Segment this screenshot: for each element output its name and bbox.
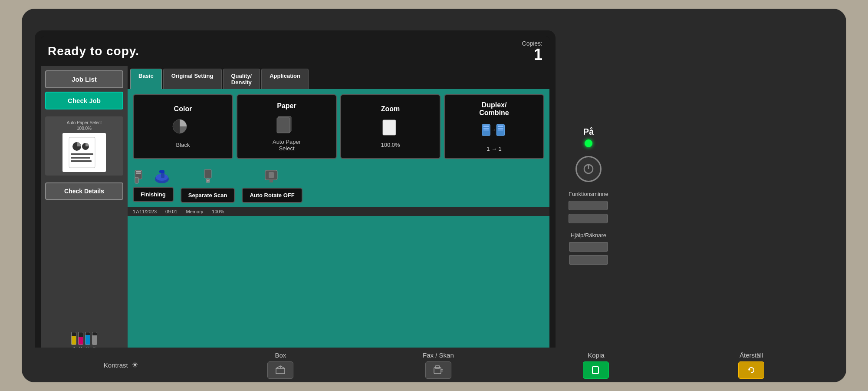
job-list-button[interactable]: Job List <box>45 70 123 88</box>
zoom-sublabel: 100.0% <box>381 142 400 148</box>
separate-scan-button[interactable]: Separate Scan <box>181 188 235 203</box>
finishing-icons <box>134 169 172 185</box>
kopia-button[interactable] <box>583 361 609 379</box>
funktionsminne-btn-2[interactable] <box>569 214 608 223</box>
finishing-label: Finishing <box>141 191 166 198</box>
status-memory: Memory <box>186 209 204 214</box>
funktionsminne-label: Funktionsminne <box>569 191 608 197</box>
svg-rect-0 <box>69 137 95 168</box>
svg-rect-32 <box>269 172 274 178</box>
copies-value: 1 <box>534 47 542 63</box>
options-grid: Color Black <box>128 89 549 164</box>
pa-label: På <box>583 127 594 137</box>
right-controls: På Funktionsminne Hjälp/Räknare <box>569 127 608 265</box>
svg-rect-11 <box>483 126 489 127</box>
funktionsminne-group: Funktionsminne <box>569 191 608 223</box>
bottom-function-bar: Kontrast ☀ Box Fax / Skan <box>22 348 846 382</box>
paper-sublabel: Auto PaperSelect <box>273 139 301 152</box>
screen: Ready to copy. Copies: 1 Job List Check … <box>41 36 549 355</box>
svg-rect-21 <box>136 173 141 174</box>
tab-original-setting[interactable]: Original Setting <box>163 69 222 89</box>
fax-skan-button[interactable] <box>425 361 451 379</box>
tab-basic[interactable]: Basic <box>130 69 162 89</box>
funktionsminne-btn-1[interactable] <box>569 201 608 210</box>
kopia-item[interactable]: Kopia <box>583 351 609 379</box>
separate-scan-label: Separate Scan <box>188 192 227 199</box>
hjalpraknare-group: Hjälp/Räknare <box>569 232 608 265</box>
svg-rect-9 <box>383 120 396 135</box>
svg-rect-33 <box>270 180 273 182</box>
color-option-button[interactable]: Color Black <box>133 94 233 159</box>
screen-container: Ready to copy. Copies: 1 Job List Check … <box>35 30 556 361</box>
preview-info: Auto Paper Select 100.0% <box>67 120 102 131</box>
svg-point-29 <box>207 180 209 182</box>
box-item[interactable]: Box <box>267 351 293 379</box>
status-message: Ready to copy. <box>48 44 515 58</box>
color-sublabel: Black <box>176 142 190 148</box>
kontrast-label: Kontrast <box>104 361 128 369</box>
svg-rect-26 <box>159 170 164 173</box>
paper-label: Paper <box>277 102 296 110</box>
svg-rect-3 <box>71 153 93 155</box>
preview-thumbnail <box>62 133 106 172</box>
fax-skan-label: Fax / Skan <box>423 351 454 359</box>
ink-levels: Y M C K <box>45 328 123 350</box>
bottom-actions: Finishing <box>128 164 549 207</box>
paper-icon <box>274 113 300 135</box>
duplex-icon: → <box>481 120 507 142</box>
power-indicator <box>585 139 592 147</box>
separate-scan-icon <box>200 169 216 186</box>
zoom-icon <box>378 116 404 138</box>
hjalpraknare-btn-2[interactable] <box>569 255 608 265</box>
status-date: 17/11/2023 <box>133 209 157 214</box>
svg-rect-39 <box>435 366 440 368</box>
kontrast-area: Kontrast ☀ <box>104 360 138 370</box>
svg-rect-20 <box>136 171 141 172</box>
status-bar: 17/11/2023 09:01 Memory 100% <box>128 207 549 216</box>
duplex-label: Duplex/Combine <box>479 101 509 117</box>
aterstall-label: Återställ <box>740 351 763 359</box>
right-panel: Basic Original Setting Quality/Density A… <box>128 66 549 355</box>
color-icon <box>170 116 196 138</box>
svg-rect-8 <box>277 118 290 133</box>
machine-body: Ready to copy. Copies: 1 Job List Check … <box>22 9 846 382</box>
aterstall-button[interactable] <box>738 361 764 379</box>
sidebar: Job List Check Job Auto Paper Select 100… <box>41 66 128 355</box>
svg-rect-17 <box>497 128 503 129</box>
header-bar: Ready to copy. Copies: 1 <box>41 36 549 66</box>
power-button[interactable] <box>575 156 602 182</box>
status-zoom: 100% <box>212 209 224 214</box>
tab-application[interactable]: Application <box>261 69 309 89</box>
hjalpraknare-btn-1[interactable] <box>569 242 608 252</box>
kopia-label: Kopia <box>588 351 604 359</box>
duplex-option-button[interactable]: Duplex/Combine → <box>444 94 544 159</box>
aterstall-item[interactable]: Återställ <box>738 351 764 379</box>
copies-section: Copies: 1 <box>522 40 542 63</box>
check-job-button[interactable]: Check Job <box>45 92 123 109</box>
preview-area: Auto Paper Select 100.0% <box>45 116 123 176</box>
main-content: Job List Check Job Auto Paper Select 100… <box>41 66 549 355</box>
svg-rect-18 <box>497 129 503 130</box>
duplex-sublabel: 1 → 1 <box>487 146 502 152</box>
svg-rect-13 <box>483 129 489 130</box>
svg-rect-22 <box>135 177 138 183</box>
svg-rect-16 <box>497 126 503 127</box>
svg-rect-27 <box>204 169 211 178</box>
paper-option-button[interactable]: Paper Auto PaperSelect <box>237 94 337 159</box>
color-label: Color <box>174 105 192 113</box>
status-time: 09:01 <box>165 209 178 214</box>
check-details-button[interactable]: Check Details <box>45 182 123 200</box>
finishing-button[interactable]: Finishing <box>133 187 174 202</box>
auto-rotate-button[interactable]: Auto Rotate OFF <box>242 188 302 203</box>
svg-rect-5 <box>71 160 92 162</box>
box-button[interactable] <box>267 361 293 379</box>
zoom-label: Zoom <box>381 105 400 113</box>
kontrast-item: Kontrast ☀ <box>104 360 138 370</box>
zoom-option-button[interactable]: Zoom 100.0% <box>340 94 441 159</box>
svg-rect-4 <box>71 157 90 159</box>
tab-quality-density[interactable]: Quality/Density <box>223 69 260 89</box>
fax-skan-item[interactable]: Fax / Skan <box>423 351 454 379</box>
sun-icon: ☀ <box>132 360 138 370</box>
auto-rotate-icon <box>263 169 282 186</box>
tabs-row: Basic Original Setting Quality/Density A… <box>128 66 549 89</box>
